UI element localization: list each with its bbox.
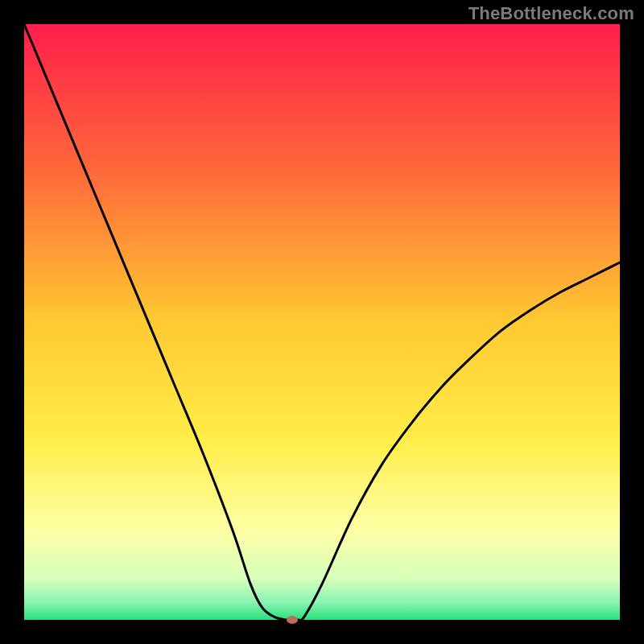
watermark-text: TheBottleneck.com <box>469 3 634 24</box>
min-point-marker <box>287 616 298 624</box>
chart-svg <box>0 0 644 644</box>
chart-frame: TheBottleneck.com <box>0 0 644 644</box>
plot-background <box>24 24 620 620</box>
